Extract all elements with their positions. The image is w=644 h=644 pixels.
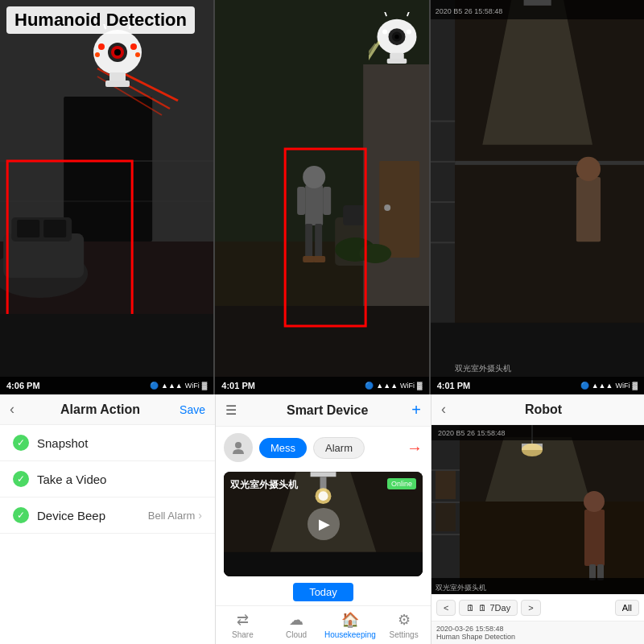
device-beep-label: Device Beep	[37, 509, 148, 522]
svg-point-54	[406, 29, 411, 34]
add-device-icon[interactable]: +	[411, 401, 421, 419]
svg-rect-96	[584, 510, 605, 566]
date-range-label: 🗓 7Day	[478, 603, 510, 613]
next-button[interactable]: >	[521, 600, 540, 616]
alarm-action-panel: ‹ Alarm Action Save ✓ Snapshot ✓ Take a …	[0, 394, 216, 644]
housekeeping-nav-item[interactable]: 🏠 Housekeeping	[324, 606, 378, 644]
robot-date: 2020 B5 26 15:58:48	[436, 7, 503, 15]
svg-rect-69	[455, 161, 644, 165]
status-bar-right: 4:01 PM 🔵 ▲▲▲ WiFi ▓	[431, 377, 644, 394]
camera-view-left: 4:06 PM 🔵 ▲▲▲ WiFi ▓	[0, 0, 213, 394]
status-bar-left: 4:06 PM 🔵 ▲▲▲ WiFi ▓	[0, 377, 213, 394]
signal-icon: ▲▲▲	[161, 382, 183, 390]
all-button[interactable]: All	[615, 600, 639, 616]
share-icon: ⇄	[237, 611, 249, 629]
save-button[interactable]: Save	[180, 403, 205, 416]
device-name: 双光室外摄头机	[230, 478, 298, 492]
time-left: 4:06 PM	[6, 381, 40, 390]
wifi-icon3: WiFi	[615, 382, 630, 390]
svg-rect-35	[215, 306, 428, 377]
svg-point-22	[135, 52, 140, 57]
snapshot-check: ✓	[13, 435, 29, 451]
share-label: Share	[232, 630, 254, 639]
status-icons-middle: 🔵 ▲▲▲ WiFi ▓	[365, 382, 422, 390]
online-badge: Online	[387, 478, 416, 489]
svg-point-21	[95, 52, 100, 57]
svg-rect-12	[0, 314, 213, 377]
svg-rect-66	[431, 201, 455, 203]
settings-icon: ⚙	[398, 611, 411, 629]
svg-rect-67	[431, 242, 455, 243]
mess-tab[interactable]: Mess	[259, 438, 307, 458]
video-item[interactable]: ✓ Take a Video	[0, 461, 215, 497]
back-arrow-robot-icon[interactable]: ‹	[441, 401, 446, 418]
svg-rect-42	[297, 187, 305, 215]
today-button[interactable]: Today	[293, 583, 353, 601]
device-icon-circle[interactable]	[224, 433, 253, 462]
device-beep-item[interactable]: ✓ Device Beep Bell Alarm ›	[0, 497, 215, 534]
svg-rect-38	[305, 185, 323, 225]
snapshot-item[interactable]: ✓ Snapshot	[0, 425, 215, 461]
robot-header: ‹ Robot	[431, 394, 644, 425]
alarm-action-title: Alarm Action	[21, 402, 180, 417]
svg-rect-44	[303, 256, 315, 262]
prev-button[interactable]: <	[436, 600, 456, 616]
date-button[interactable]: 🗓 🗓 7Day	[459, 600, 518, 616]
play-icon: ▶	[319, 515, 330, 533]
cloud-nav-item[interactable]: ☁ Cloud	[270, 606, 324, 644]
signal-icon2: ▲▲▲	[376, 382, 398, 390]
snapshot-label: Snapshot	[37, 436, 202, 450]
detection-label: Human Shape Detection	[436, 633, 639, 641]
checkmark-icon2: ✓	[17, 473, 25, 485]
svg-rect-3	[64, 97, 152, 242]
share-nav-item[interactable]: ⇄ Share	[216, 606, 270, 644]
device-card[interactable]: ▶ 双光室外摄头机 Online	[224, 472, 423, 576]
cloud-icon: ☁	[289, 611, 303, 629]
play-button[interactable]: ▶	[308, 508, 340, 540]
svg-point-74	[235, 442, 242, 448]
svg-point-81	[319, 491, 328, 501]
bottom-panels: ‹ Alarm Action Save ✓ Snapshot ✓ Take a …	[0, 394, 644, 644]
video-label: Take a Video	[37, 473, 202, 486]
page-title: Humanoid Detection	[6, 6, 195, 34]
robot-top-bar: 2020 B5 26 15:58:48	[431, 0, 644, 19]
settings-nav-item[interactable]: ⚙ Settings	[377, 606, 431, 644]
housekeeping-label: Housekeeping	[324, 630, 376, 639]
svg-point-34	[384, 204, 390, 211]
camera-view-middle: 4:01 PM 🔵 ▲▲▲ WiFi ▓	[213, 0, 428, 394]
svg-rect-10	[43, 220, 66, 237]
svg-rect-24	[105, 80, 130, 87]
svg-rect-90	[431, 469, 460, 471]
svg-rect-70	[576, 177, 601, 242]
robot-timestamp: 2020 B5 26 15:58:48	[438, 429, 506, 437]
wifi-icon: WiFi	[185, 382, 200, 390]
svg-point-20	[130, 43, 137, 50]
svg-rect-65	[431, 161, 455, 163]
time-right: 4:01 PM	[437, 381, 471, 390]
robot-controls: < 🗓 🗓 7Day > All	[431, 594, 644, 621]
camera-views-section: 4:06 PM 🔵 ▲▲▲ WiFi ▓	[0, 0, 644, 394]
settings-label: Settings	[390, 630, 419, 639]
checkmark-icon3: ✓	[17, 510, 25, 521]
svg-rect-45	[313, 256, 325, 262]
menu-icon[interactable]: ☰	[225, 402, 237, 418]
back-arrow-icon[interactable]: ‹	[10, 401, 14, 418]
time-middle: 4:01 PM	[221, 381, 255, 390]
message-tab-bar: Mess Alarm →	[216, 427, 431, 469]
alarm-tab[interactable]: Alarm	[313, 437, 365, 459]
chevron-right-icon: ›	[198, 509, 202, 522]
bluetooth-icon: 🔵	[150, 382, 159, 390]
video-check: ✓	[13, 471, 29, 487]
svg-rect-9	[17, 220, 39, 237]
robot-feed: 双光室外摄头机 2020 B5 26 15:58:48	[431, 425, 644, 594]
svg-rect-91	[431, 502, 460, 503]
status-icons-left: 🔵 ▲▲▲ WiFi ▓	[150, 382, 207, 390]
calendar-icon: 🗓	[466, 603, 475, 613]
beep-check: ✓	[13, 507, 29, 523]
smart-device-title: Smart Device	[243, 403, 411, 418]
svg-rect-93	[436, 471, 456, 499]
wifi-icon2: WiFi	[400, 382, 415, 390]
svg-text:双光室外摄头机: 双光室外摄头机	[455, 364, 511, 373]
signal-icon3: ▲▲▲	[592, 382, 613, 390]
alarm-action-header: ‹ Alarm Action Save	[0, 394, 215, 425]
